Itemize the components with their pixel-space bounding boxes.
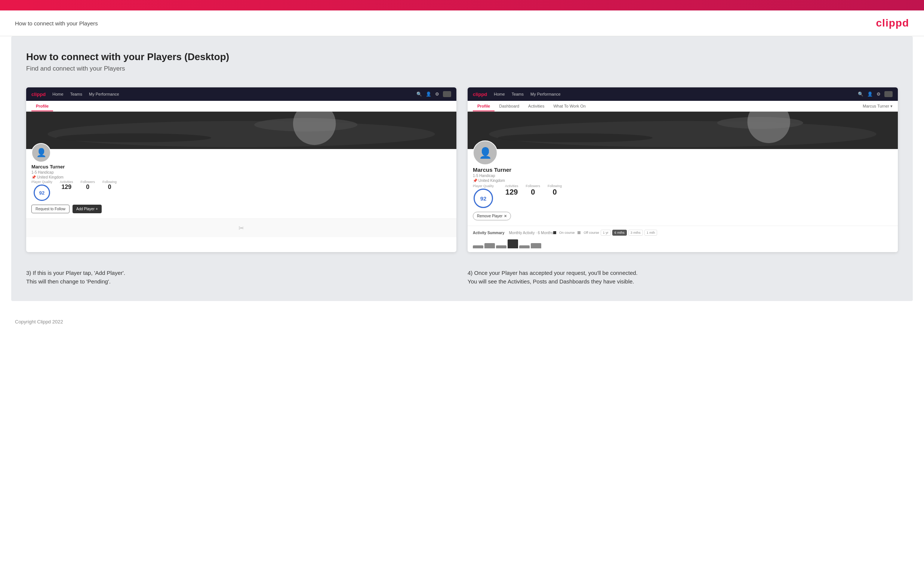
bar-6 bbox=[531, 243, 541, 248]
right-stats-row: Player Quality 92 Activities 129 Followe… bbox=[473, 184, 893, 208]
left-quality-block: Player Quality 92 bbox=[31, 180, 52, 201]
left-app-tabs: Profile bbox=[26, 101, 456, 112]
left-player-avatar: 👤 bbox=[31, 143, 51, 163]
left-settings-icon[interactable]: ⚙ bbox=[435, 92, 439, 97]
activity-summary-title: Activity Summary bbox=[473, 231, 504, 235]
location-pin-icon: 📌 bbox=[31, 175, 36, 179]
request-follow-button[interactable]: Request to Follow bbox=[31, 205, 69, 213]
right-golf-banner bbox=[468, 112, 898, 149]
right-stat-following: Following 0 bbox=[548, 184, 562, 197]
left-stats-row: Player Quality 92 Activities 129 Followe… bbox=[31, 180, 451, 201]
left-stat-group: Activities 129 Followers 0 Following 0 bbox=[60, 180, 116, 190]
bar-2 bbox=[485, 243, 495, 248]
period-1yr-btn[interactable]: 1 yr bbox=[601, 230, 611, 236]
bar-4 bbox=[507, 239, 518, 248]
header: How to connect with your Players clippd bbox=[0, 10, 924, 36]
left-search-icon[interactable]: 🔍 bbox=[417, 92, 422, 97]
add-player-button[interactable]: Add Player + bbox=[73, 205, 102, 213]
right-player-location: 📌 United Kingdom bbox=[473, 179, 893, 183]
period-1mth-btn[interactable]: 1 mth bbox=[645, 230, 657, 236]
left-player-name: Marcus Turner bbox=[31, 164, 451, 169]
right-nav-teams[interactable]: Teams bbox=[512, 92, 524, 96]
screenshot-right: clippd Home Teams My Performance 🔍 👤 ⚙ P… bbox=[468, 87, 898, 252]
right-quality-circle: 92 bbox=[473, 189, 493, 208]
left-player-location: 📌 United Kingdom bbox=[31, 175, 451, 179]
left-nav-teams[interactable]: Teams bbox=[70, 92, 82, 96]
right-nav-home[interactable]: Home bbox=[494, 92, 505, 96]
page-subheading: Find and connect with your Players bbox=[26, 65, 898, 73]
left-nav-home[interactable]: Home bbox=[52, 92, 63, 96]
remove-player-button[interactable]: Remove Player ✕ bbox=[473, 212, 511, 220]
top-bar bbox=[0, 0, 924, 10]
right-nav-logo: clippd bbox=[473, 92, 487, 97]
right-user-icon[interactable]: 👤 bbox=[867, 92, 873, 97]
right-player-select[interactable]: Marcus Turner ▾ bbox=[863, 101, 893, 111]
left-avatar-icon: 👤 bbox=[36, 148, 46, 158]
close-icon: ✕ bbox=[504, 214, 507, 218]
right-tab-dashboard[interactable]: Dashboard bbox=[494, 101, 524, 111]
logo: clippd bbox=[876, 17, 909, 29]
left-tab-profile[interactable]: Profile bbox=[31, 101, 53, 111]
right-quality-block: Player Quality 92 bbox=[473, 184, 494, 208]
right-globe-icon[interactable] bbox=[884, 91, 893, 97]
on-course-label: On course bbox=[559, 231, 575, 235]
left-nav-logo: clippd bbox=[31, 92, 45, 97]
left-quality-circle: 92 bbox=[34, 184, 50, 201]
activity-bars bbox=[473, 238, 893, 248]
bar-1 bbox=[473, 245, 483, 248]
right-location-pin-icon: 📌 bbox=[473, 179, 477, 183]
left-player-handicap: 1-5 Handicap bbox=[31, 170, 451, 174]
left-globe-icon[interactable] bbox=[443, 91, 451, 97]
off-course-legend-dot bbox=[577, 231, 580, 234]
left-stat-following: Following 0 bbox=[102, 180, 116, 190]
left-screenshot-footer: ✂ bbox=[26, 219, 456, 237]
right-player-handicap: 1-5 Handicap bbox=[473, 174, 893, 178]
svg-point-4 bbox=[57, 133, 211, 142]
right-nav-my-performance[interactable]: My Performance bbox=[530, 92, 561, 96]
left-btn-row: Request to Follow Add Player + bbox=[31, 205, 451, 213]
left-app-nav: clippd Home Teams My Performance 🔍 👤 ⚙ bbox=[26, 87, 456, 101]
activity-controls: On course Off course 1 yr 6 mths 3 mths … bbox=[553, 230, 657, 236]
left-golf-banner bbox=[26, 112, 456, 149]
left-user-icon[interactable]: 👤 bbox=[426, 92, 431, 97]
right-search-icon[interactable]: 🔍 bbox=[858, 92, 863, 97]
right-activity-summary: Activity Summary Monthly Activity · 6 Mo… bbox=[468, 226, 898, 252]
left-stat-activities: Activities 129 bbox=[60, 180, 73, 190]
right-profile-section: 👤 Marcus Turner 1-5 Handicap 📌 United Ki… bbox=[468, 149, 898, 226]
right-settings-icon[interactable]: ⚙ bbox=[877, 92, 880, 97]
scissor-icon: ✂ bbox=[239, 224, 244, 232]
right-btn-row: Remove Player ✕ bbox=[473, 212, 893, 220]
caption-right: 4) Once your Player has accepted your re… bbox=[468, 266, 898, 286]
right-stat-group: Activities 129 Followers 0 Following 0 bbox=[505, 184, 562, 197]
bar-3 bbox=[496, 245, 506, 248]
off-course-label: Off course bbox=[583, 231, 599, 235]
captions-row: 3) If this is your Player tap, 'Add Play… bbox=[26, 266, 898, 286]
breadcrumb: How to connect with your Players bbox=[15, 20, 98, 26]
activity-summary-period: Monthly Activity · 6 Months bbox=[509, 231, 553, 235]
right-tab-what-to-work-on[interactable]: What To Work On bbox=[549, 101, 590, 111]
bar-5 bbox=[519, 245, 530, 248]
screenshot-left: clippd Home Teams My Performance 🔍 👤 ⚙ P… bbox=[26, 87, 456, 252]
caption-left: 3) If this is your Player tap, 'Add Play… bbox=[26, 266, 456, 286]
right-nav-right: 🔍 👤 ⚙ bbox=[858, 91, 893, 97]
right-stat-followers: Followers 0 bbox=[526, 184, 541, 197]
left-nav-my-performance[interactable]: My Performance bbox=[89, 92, 119, 96]
period-3mths-btn[interactable]: 3 mths bbox=[628, 230, 643, 236]
left-nav-right: 🔍 👤 ⚙ bbox=[417, 91, 451, 97]
right-quality-label: Player Quality bbox=[473, 184, 494, 188]
right-tab-profile[interactable]: Profile bbox=[473, 101, 494, 111]
caption-right-text: 4) Once your Player has accepted your re… bbox=[468, 269, 898, 286]
activity-summary-header: Activity Summary Monthly Activity · 6 Mo… bbox=[473, 230, 893, 236]
page-heading: How to connect with your Players (Deskto… bbox=[26, 51, 898, 63]
period-6mths-btn[interactable]: 6 mths bbox=[612, 230, 627, 236]
right-app-nav: clippd Home Teams My Performance 🔍 👤 ⚙ bbox=[468, 87, 898, 101]
right-player-name: Marcus Turner bbox=[473, 166, 893, 173]
plus-icon: + bbox=[96, 207, 98, 211]
left-profile-section: 👤 Marcus Turner 1-5 Handicap 📌 United Ki… bbox=[26, 149, 456, 219]
main-content: How to connect with your Players (Deskto… bbox=[11, 36, 913, 301]
caption-left-text: 3) If this is your Player tap, 'Add Play… bbox=[26, 269, 456, 286]
right-app-tabs: Profile Dashboard Activities What To Wor… bbox=[468, 101, 898, 112]
left-quality-label: Player Quality bbox=[31, 180, 52, 184]
right-player-avatar: 👤 bbox=[473, 140, 498, 165]
right-tab-activities[interactable]: Activities bbox=[524, 101, 549, 111]
